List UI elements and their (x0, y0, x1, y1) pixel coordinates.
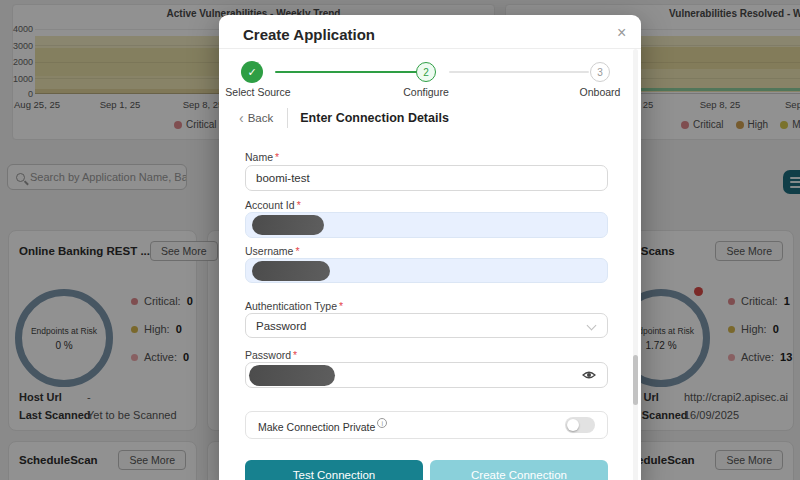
vertical-divider (287, 108, 288, 128)
modal-scrollbar-thumb[interactable] (633, 355, 638, 405)
step-onboard-indicator[interactable]: 3 (590, 62, 610, 82)
required-marker: * (293, 349, 297, 361)
password-visibility-icon[interactable] (582, 369, 596, 383)
account-id-label: Account Id* (245, 199, 301, 211)
app-screen: Active Vulnerabilities - Weekly Trend 40… (0, 0, 800, 480)
password-label: Password* (245, 349, 297, 361)
step-connector-done (275, 71, 435, 73)
toggle-knob (567, 419, 579, 431)
create-application-modal: Create Application × ✓ 2 3 Select Source… (219, 15, 641, 480)
redacted-value (249, 365, 335, 386)
step-label-select-source: Select Source (225, 86, 290, 98)
account-id-field[interactable] (245, 212, 608, 238)
step-connector-upcoming (449, 71, 589, 73)
step-configure-indicator[interactable]: 2 (416, 62, 436, 82)
required-marker: * (275, 151, 279, 163)
back-chevron-icon: ‹ (239, 111, 244, 125)
redacted-value (252, 261, 330, 281)
test-connection-button[interactable]: Test Connection (245, 460, 423, 480)
create-connection-button[interactable]: Create Connection (430, 460, 608, 480)
auth-type-value: Password (256, 320, 307, 332)
check-icon: ✓ (247, 66, 256, 79)
close-icon[interactable]: × (617, 24, 626, 42)
redacted-value (252, 215, 324, 235)
username-label: Username* (245, 245, 300, 257)
step-label-onboard: Onboard (580, 86, 621, 98)
required-marker: * (297, 199, 301, 211)
chevron-down-icon (587, 321, 597, 331)
privacy-label: Make Connection Privatei (258, 418, 387, 433)
username-field[interactable] (245, 258, 608, 283)
modal-title: Create Application (243, 26, 375, 43)
modal-scrollbar-track (633, 49, 638, 480)
form-header-row: ‹ Back Enter Connection Details (239, 108, 449, 128)
name-field[interactable]: boomi-test (245, 165, 608, 191)
privacy-toggle[interactable] (565, 417, 595, 433)
section-title: Enter Connection Details (300, 111, 449, 125)
required-marker: * (339, 300, 343, 312)
step-select-source-indicator[interactable]: ✓ (241, 61, 263, 83)
info-icon: i (377, 418, 387, 428)
header-divider (219, 48, 641, 49)
name-value: boomi-test (256, 172, 310, 184)
name-label: Name* (245, 151, 279, 163)
privacy-option-box: Make Connection Privatei (245, 411, 608, 439)
required-marker: * (295, 245, 299, 257)
password-field[interactable] (245, 362, 608, 388)
auth-type-label: Authentication Type* (245, 300, 343, 312)
back-button[interactable]: Back (248, 112, 274, 124)
step-label-configure: Configure (403, 86, 449, 98)
auth-type-select[interactable]: Password (245, 313, 608, 338)
